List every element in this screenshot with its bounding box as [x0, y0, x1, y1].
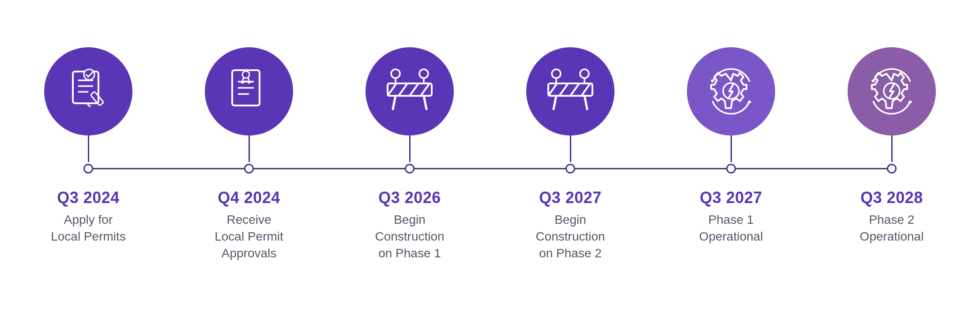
svg-line-22 [424, 96, 426, 109]
timeline-container: Q3 2024 Apply forLocal Permits Q4 2024 R… [26, 47, 954, 261]
icon-construction-1 [366, 47, 454, 136]
milestone-4 [509, 47, 632, 162]
milestone-6 [830, 47, 954, 162]
stem-2 [249, 136, 250, 162]
svg-line-28 [548, 83, 557, 96]
label-block-3: Q3 2026 BeginConstructionon Phase 1 [348, 188, 471, 261]
timeline-dot-2 [244, 164, 254, 173]
stem-4 [570, 136, 571, 162]
icon-gear-lightning-2 [848, 47, 936, 136]
timeline-dot-5 [726, 164, 736, 173]
svg-line-30 [570, 83, 579, 96]
stem-6 [891, 136, 893, 162]
milestone-5 [669, 47, 793, 162]
svg-line-17 [388, 83, 396, 96]
icons-row [26, 47, 954, 162]
stem-3 [409, 136, 411, 162]
desc-2: ReceiveLocal PermitApprovals [215, 211, 283, 261]
svg-line-19 [410, 83, 418, 96]
milestone-1 [26, 47, 150, 162]
svg-line-33 [584, 96, 587, 109]
labels-row: Q3 2024 Apply forLocal Permits Q4 2024 R… [26, 188, 954, 261]
svg-line-29 [559, 83, 568, 96]
timeline-line-row [26, 162, 954, 175]
icon-construction-2 [526, 47, 614, 136]
svg-line-20 [421, 83, 430, 96]
dot-wrapper-2 [187, 164, 311, 173]
quarter-5: Q3 2027 [700, 188, 762, 207]
svg-point-11 [242, 71, 249, 78]
desc-6: Phase 2Operational [860, 211, 924, 245]
svg-line-31 [581, 83, 590, 96]
dot-wrapper-6 [830, 164, 954, 173]
svg-point-34 [552, 69, 561, 78]
timeline-dot-1 [83, 164, 93, 173]
icon-certificate [205, 47, 293, 136]
desc-1: Apply forLocal Permits [51, 211, 126, 245]
dot-wrapper-1 [26, 164, 150, 173]
desc-5: Phase 1Operational [699, 211, 763, 245]
label-block-1: Q3 2024 Apply forLocal Permits [26, 188, 150, 261]
quarter-4: Q3 2027 [539, 188, 602, 207]
dot-wrapper-4 [509, 164, 632, 173]
quarter-3: Q3 2026 [378, 188, 441, 207]
svg-line-21 [393, 96, 396, 109]
label-block-6: Q3 2028 Phase 2Operational [830, 188, 954, 261]
milestone-3 [348, 47, 471, 162]
svg-point-23 [391, 69, 400, 78]
label-block-2: Q4 2024 ReceiveLocal PermitApprovals [187, 188, 311, 261]
svg-point-36 [580, 69, 589, 78]
desc-4: BeginConstructionon Phase 2 [535, 211, 605, 261]
timeline-dot-3 [405, 164, 415, 173]
dot-wrapper-5 [669, 164, 793, 173]
svg-line-32 [554, 96, 556, 109]
icon-permit-form [44, 47, 132, 136]
quarter-1: Q3 2024 [57, 188, 120, 207]
timeline-dot-4 [565, 164, 575, 173]
svg-point-25 [419, 69, 428, 78]
stem-5 [731, 136, 732, 162]
dot-wrapper-3 [348, 164, 471, 173]
stem-1 [88, 136, 89, 162]
label-block-5: Q3 2027 Phase 1Operational [669, 188, 793, 261]
icon-gear-lightning-1 [687, 47, 775, 136]
dots-row [26, 164, 954, 173]
timeline-dot-6 [887, 164, 897, 173]
desc-3: BeginConstructionon Phase 1 [375, 211, 444, 261]
svg-line-18 [399, 83, 407, 96]
svg-line-6 [87, 104, 90, 107]
milestone-2 [187, 47, 311, 162]
quarter-2: Q4 2024 [218, 188, 280, 207]
quarter-6: Q3 2028 [860, 188, 923, 207]
label-block-4: Q3 2027 BeginConstructionon Phase 2 [509, 188, 632, 261]
